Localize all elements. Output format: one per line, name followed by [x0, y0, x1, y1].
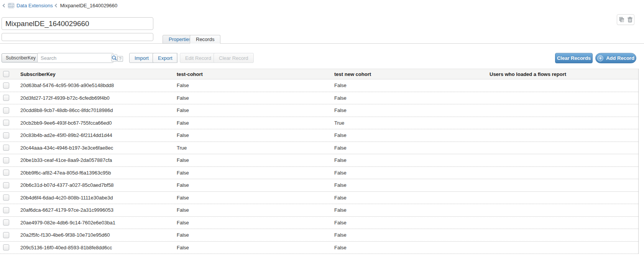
row-checkbox-cell	[0, 194, 18, 201]
row-checkbox-cell	[0, 170, 18, 176]
cell-test-cohort: False	[175, 232, 332, 238]
table-row[interactable]: 20cb2bb9-9ee6-493f-bc67-755fcca66ed0 Fal…	[0, 117, 638, 130]
row-checkbox-cell	[0, 95, 18, 101]
cell-test-new-cohort: False	[332, 95, 488, 101]
table-row[interactable]: 20c83b4b-ad2e-45f0-89b2-6f2114dd1d44 Fal…	[0, 129, 638, 142]
cell-subscriber-key: 20d3fd27-172f-4939-b72c-6cfedb69f4b0	[18, 95, 175, 101]
select-all-checkbox[interactable]	[3, 71, 9, 77]
cell-test-cohort: False	[175, 245, 332, 250]
table-row[interactable]: 20b4d6f4-6dad-4c20-808b-1111e30abe3d Fal…	[0, 192, 638, 204]
table-body: 20d63baf-5476-4c95-9036-a90e5148bdd8 Fal…	[0, 79, 638, 254]
table-row[interactable]: 20af6dca-6627-4179-97ce-2a31c9996053 Fal…	[0, 204, 638, 217]
cell-test-new-cohort: False	[332, 82, 488, 88]
row-checkbox[interactable]	[3, 170, 9, 176]
cell-subscriber-key: 20b6c31d-b07d-4377-a027-85c0aed7bf58	[18, 182, 175, 188]
table-row[interactable]: 20d3fd27-172f-4939-b72c-6cfedb69f4b0 Fal…	[0, 92, 638, 105]
trash-icon[interactable]	[628, 17, 632, 23]
cell-subscriber-key: 209c5136-16f0-40ed-8593-81b8fe8dd6cc	[18, 245, 175, 250]
cell-test-cohort: False	[175, 157, 332, 163]
tab-strip: Properties Records	[0, 35, 644, 44]
table-row[interactable]: 20c44aaa-434c-4946-b197-3e3ce6fae8ec Tru…	[0, 142, 638, 155]
cell-subscriber-key: 20b4d6f4-6dad-4c20-808b-1111e30abe3d	[18, 195, 175, 201]
table-header-row: SubscriberKey test-cohort test new cohor…	[0, 69, 638, 79]
export-button[interactable]: Export	[153, 53, 178, 63]
table-row[interactable]: 20bb9f6c-af82-47ea-805d-f6a13963c95b Fal…	[0, 167, 638, 180]
row-checkbox-cell	[0, 145, 18, 151]
cell-test-new-cohort: False	[332, 182, 488, 188]
cell-subscriber-key: 20be1b33-ceaf-41ce-8aa9-2da057887cfa	[18, 157, 175, 163]
clear-record-button[interactable]: Clear Record	[214, 53, 254, 63]
row-checkbox[interactable]	[3, 182, 9, 188]
column-header-users-flows-report: Users who loaded a flows report	[488, 71, 638, 77]
breadcrumb-link-data-extensions[interactable]: Data Extensions	[16, 3, 53, 8]
column-header-subscriber-key: SubscriberKey	[18, 71, 175, 77]
row-checkbox[interactable]	[3, 132, 9, 138]
row-checkbox-cell	[0, 132, 18, 138]
search-box	[37, 53, 113, 63]
cell-test-cohort: False	[175, 207, 332, 213]
cell-subscriber-key: 20af6dca-6627-4179-97ce-2a31c9996053	[18, 207, 175, 213]
row-checkbox[interactable]	[3, 232, 9, 238]
table-row[interactable]: 20b6c31d-b07d-4377-a027-85c0aed7bf58 Fal…	[0, 179, 638, 192]
table-row[interactable]: 20a2f5fc-f130-4be6-9f38-10e710e95d60 Fal…	[0, 229, 638, 242]
cell-subscriber-key: 20c83b4b-ad2e-45f0-89b2-6f2114dd1d44	[18, 132, 175, 138]
cell-test-new-cohort: False	[332, 145, 488, 151]
cell-subscriber-key: 20c44aaa-434c-4946-b197-3e3ce6fae8ec	[18, 145, 175, 151]
cell-test-new-cohort: False	[332, 245, 488, 250]
tab-records[interactable]: Records	[190, 35, 220, 44]
row-checkbox[interactable]	[3, 82, 9, 89]
column-header-test-new-cohort: test new cohort	[332, 71, 488, 77]
data-extension-actions	[617, 14, 634, 25]
cell-test-new-cohort: False	[332, 220, 488, 226]
cell-subscriber-key: 20ae4979-082e-4db6-9c14-7602e6e03ba1	[18, 220, 175, 226]
cell-test-cohort: False	[175, 170, 332, 176]
row-checkbox[interactable]	[3, 219, 9, 226]
chevron-separator-icon	[54, 4, 58, 8]
row-checkbox-cell	[0, 244, 18, 250]
help-icon[interactable]: ?	[117, 56, 123, 62]
cell-test-new-cohort: False	[332, 107, 488, 113]
row-checkbox[interactable]	[3, 107, 9, 114]
edit-record-button[interactable]: Edit Record	[180, 53, 217, 63]
cell-subscriber-key: 20bb9f6c-af82-47ea-805d-f6a13963c95b	[18, 170, 175, 176]
cell-test-cohort: True	[175, 145, 332, 151]
table-row[interactable]: 20cdd8b8-9cb7-48db-86cc-8fdc7018986d Fal…	[0, 104, 638, 117]
table-row[interactable]: 209c5136-16f0-40ed-8593-81b8fe8dd6cc Fal…	[0, 242, 638, 254]
search-input[interactable]	[38, 53, 111, 63]
cell-subscriber-key: 20cdd8b8-9cb7-48db-86cc-8fdc7018986d	[18, 107, 175, 113]
records-toolbar: SubscriberKey ? Import Export Edit Recor…	[0, 53, 644, 64]
cell-test-new-cohort: False	[332, 232, 488, 238]
table-row[interactable]: 20ae4979-082e-4db6-9c14-7602e6e03ba1 Fal…	[0, 217, 638, 229]
row-checkbox[interactable]	[3, 194, 9, 201]
cell-test-new-cohort: False	[332, 132, 488, 138]
breadcrumb-current: MixpanelDE_1640029660	[60, 3, 118, 8]
table-row[interactable]: 20be1b33-ceaf-41ce-8aa9-2da057887cfa Fal…	[0, 154, 638, 167]
toolbar-divider	[176, 54, 177, 62]
row-checkbox[interactable]	[3, 145, 9, 151]
copy-icon[interactable]	[619, 17, 625, 23]
cell-subscriber-key: 20cb2bb9-9ee6-493f-bc67-755fcca66ed0	[18, 120, 175, 126]
cell-test-cohort: False	[175, 120, 332, 126]
cell-test-new-cohort: False	[332, 157, 488, 163]
add-record-button[interactable]: + Add Record	[595, 53, 636, 63]
row-checkbox[interactable]	[3, 95, 9, 101]
cell-test-cohort: False	[175, 195, 332, 201]
row-checkbox-cell	[0, 107, 18, 114]
row-checkbox-cell	[0, 182, 18, 188]
row-checkbox[interactable]	[3, 157, 9, 163]
row-checkbox[interactable]	[3, 244, 9, 250]
clear-records-button[interactable]: Clear Records	[555, 53, 593, 63]
column-header-test-cohort: test-cohort	[175, 71, 332, 77]
data-extension-name-field[interactable]	[2, 17, 153, 30]
row-checkbox-cell	[0, 120, 18, 126]
cell-test-new-cohort: False	[332, 207, 488, 213]
row-checkbox[interactable]	[3, 120, 9, 126]
import-button[interactable]: Import	[129, 53, 154, 63]
add-record-label: Add Record	[606, 55, 634, 61]
search-button[interactable]	[111, 54, 117, 62]
chevron-left-icon[interactable]	[3, 4, 7, 8]
table-row[interactable]: 20d63baf-5476-4c95-9036-a90e5148bdd8 Fal…	[0, 79, 638, 92]
row-checkbox[interactable]	[3, 207, 9, 213]
search-field-dropdown-value: SubscriberKey	[6, 55, 36, 61]
row-checkbox-cell	[0, 157, 18, 163]
